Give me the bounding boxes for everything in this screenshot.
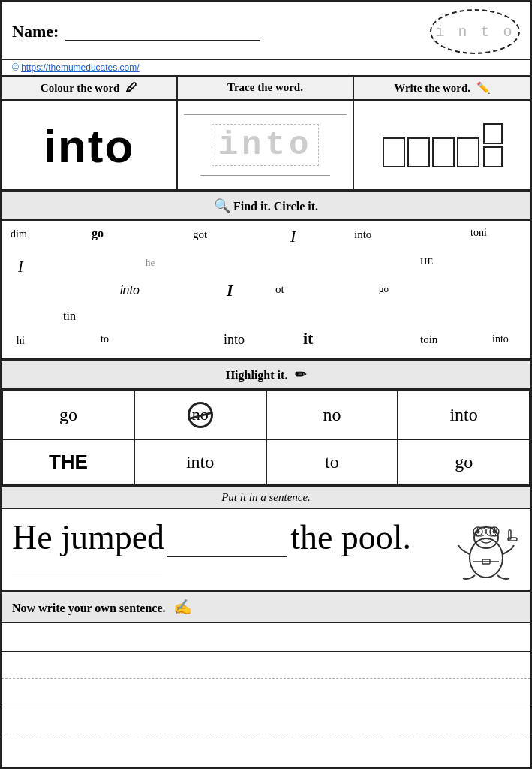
find-word-HE: HE bbox=[420, 255, 433, 267]
find-word-got: got bbox=[193, 228, 207, 241]
highlight-cell-no: no bbox=[266, 391, 398, 439]
write-boxes-small-group bbox=[483, 123, 503, 167]
no-strikethrough-word: no bbox=[188, 402, 213, 428]
oval-word: i n t o bbox=[435, 23, 514, 41]
frog-illustration bbox=[452, 517, 520, 584]
write-box-small-2[interactable] bbox=[483, 146, 503, 167]
writing-line-2[interactable] bbox=[2, 679, 530, 707]
sentence-content: He jumped the pool. bbox=[12, 517, 446, 575]
find-word-into-4: into bbox=[492, 333, 509, 345]
writing-lines bbox=[2, 623, 530, 734]
write-col bbox=[354, 101, 530, 189]
name-label: Name: bbox=[12, 22, 59, 41]
own-sentence-header: Now write your own sentence. bbox=[2, 592, 530, 623]
highlight-cell-into-1: into bbox=[398, 391, 530, 439]
highlight-table: go no no into THE into to go bbox=[2, 390, 530, 486]
highlight-cell-go-2: go bbox=[398, 439, 530, 485]
sentence-write-line[interactable] bbox=[12, 560, 162, 574]
write-box-3[interactable] bbox=[432, 137, 455, 167]
svg-point-5 bbox=[493, 529, 497, 533]
write-box-1[interactable] bbox=[383, 137, 405, 167]
find-word-hi: hi bbox=[17, 335, 25, 347]
colour-n: n bbox=[58, 120, 88, 172]
svg-point-3 bbox=[476, 529, 480, 533]
write-boxes bbox=[383, 123, 503, 167]
find-word-go-2: go bbox=[379, 283, 389, 295]
word-oval: i n t o bbox=[430, 9, 520, 54]
write-box-4[interactable] bbox=[457, 137, 479, 167]
search-icon bbox=[214, 200, 233, 213]
write-box-2[interactable] bbox=[407, 137, 430, 167]
copyright-symbol: © bbox=[12, 62, 21, 73]
trace-top-line bbox=[184, 114, 347, 115]
writing-line-dashed-1[interactable] bbox=[2, 652, 530, 679]
highlight-cell-into-2: into bbox=[134, 439, 266, 485]
pen-icon bbox=[169, 602, 192, 614]
find-word-go-1: go bbox=[92, 227, 104, 240]
writing-line-1[interactable] bbox=[2, 623, 530, 652]
highlight-it-header: Highlight it. bbox=[2, 360, 530, 390]
trace-col: into bbox=[178, 101, 354, 189]
name-label-group: Name: bbox=[12, 22, 260, 41]
find-word-toin: toin bbox=[420, 333, 437, 346]
trace-bottom-line bbox=[200, 175, 331, 176]
find-word-it: it bbox=[303, 329, 313, 348]
colour-o: o bbox=[104, 120, 134, 172]
find-word-toni: toni bbox=[470, 227, 487, 239]
write-box-small-1[interactable] bbox=[483, 123, 503, 144]
pencil-write-icon: ✏️ bbox=[476, 82, 491, 94]
writing-line-dashed-2[interactable] bbox=[2, 707, 530, 734]
find-word-I-1: I bbox=[290, 227, 296, 246]
highlight-pencil-icon bbox=[290, 369, 306, 381]
sentence-row: He jumped the pool. bbox=[2, 509, 530, 592]
find-word-into-2: into bbox=[120, 284, 140, 297]
find-word-into-1: into bbox=[354, 228, 371, 241]
sentence-header: Put it in a sentence. bbox=[2, 486, 530, 509]
write-header: Write the word. ✏️ bbox=[354, 77, 530, 99]
name-line[interactable] bbox=[65, 26, 260, 41]
frog-svg bbox=[452, 517, 520, 584]
highlight-cell-go-1: go bbox=[2, 391, 134, 439]
find-word-I-2: I bbox=[18, 258, 23, 276]
highlight-cell-to: to bbox=[266, 439, 398, 485]
colour-i: i bbox=[44, 120, 58, 172]
highlight-cell-THE: THE bbox=[2, 439, 134, 485]
copyright-row: © https://themumeducates.com/ bbox=[2, 60, 530, 77]
name-row: Name: i n t o bbox=[2, 2, 530, 60]
find-word-tin: tin bbox=[63, 309, 76, 323]
highlight-row-1: go no no into bbox=[2, 391, 530, 439]
find-word-into-3: into bbox=[224, 332, 245, 348]
find-word-he: he bbox=[146, 257, 155, 269]
find-word-to: to bbox=[101, 333, 109, 345]
find-word-ot: ot bbox=[275, 283, 284, 296]
colour-word: into bbox=[44, 121, 135, 170]
find-word-I-3: I bbox=[227, 281, 233, 300]
highlight-cell-no-strikethrough: no bbox=[134, 391, 266, 439]
trace-word: into bbox=[212, 124, 320, 166]
find-it-header: Find it. Circle it. bbox=[2, 191, 530, 221]
copyright-link[interactable]: https://themumeducates.com/ bbox=[21, 62, 139, 73]
svg-point-0 bbox=[470, 538, 503, 578]
pencil-col-icon: 🖊 bbox=[125, 81, 137, 94]
trace-header: Trace the word. bbox=[178, 77, 354, 99]
colour-header: Colour the word 🖊 bbox=[2, 77, 178, 99]
sentence-blank-line[interactable] bbox=[167, 517, 287, 558]
find-it-grid: dim go got I into toni I he HE into I ot… bbox=[2, 221, 530, 360]
highlight-row-2: THE into to go bbox=[2, 439, 530, 485]
sentence-text: He jumped the pool. bbox=[12, 517, 446, 558]
find-word-dim: dim bbox=[11, 228, 27, 240]
three-col-header: Colour the word 🖊 Trace the word. Write … bbox=[2, 77, 530, 101]
colour-col: into bbox=[2, 101, 178, 189]
three-col-content: into into bbox=[2, 101, 530, 191]
colour-t: t bbox=[88, 120, 105, 172]
